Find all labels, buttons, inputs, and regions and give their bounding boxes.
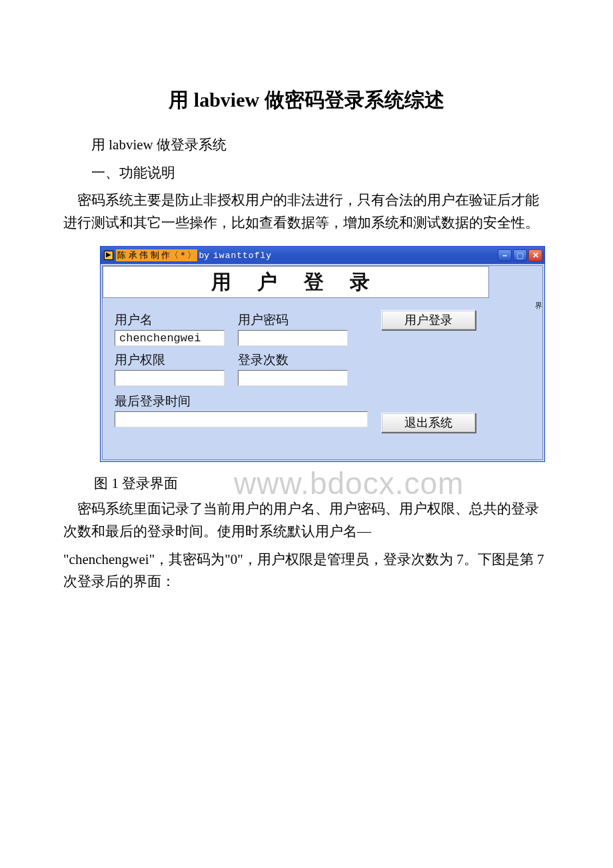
window-body: 用 户 登 录 界 用户名 chenchengwei 用户密码 xyxy=(101,265,544,460)
exit-button[interactable]: 退出系统 xyxy=(381,413,476,433)
subtitle-line: 用 labview 做登录系统 xyxy=(63,134,550,157)
username-label: 用户名 xyxy=(115,311,238,329)
login-window-figure: 陈 承 伟 制 作〈＊〉 by iwanttofly – ▢ ✕ 用 户 登 录… xyxy=(100,246,545,462)
paragraph-1: 密码系统主要是防止非授权用户的非法进行，只有合法的用户在验证后才能进行测试和其它… xyxy=(63,189,550,234)
paragraph-2b: "chenchengwei"，其密码为"0"，用户权限是管理员，登录次数为 7。… xyxy=(63,549,550,593)
lasttime-field[interactable] xyxy=(115,411,368,427)
figure-caption: 图 1 登录界面 xyxy=(63,474,550,493)
role-field[interactable] xyxy=(115,370,225,386)
form-grid: 用户名 chenchengwei 用户密码 用户权限 xyxy=(103,298,542,427)
window-titlebar: 陈 承 伟 制 作〈＊〉 by iwanttofly – ▢ ✕ xyxy=(101,247,544,264)
password-label: 用户密码 xyxy=(238,311,371,329)
window: 陈 承 伟 制 作〈＊〉 by iwanttofly – ▢ ✕ 用 户 登 录… xyxy=(100,246,545,462)
title-by: by xyxy=(199,251,209,261)
close-button[interactable]: ✕ xyxy=(528,249,542,261)
lasttime-label: 最后登录时间 xyxy=(115,393,368,410)
title-segment-alias: iwanttofly xyxy=(213,251,272,261)
count-field[interactable] xyxy=(238,370,348,386)
section-heading: 一、功能说明 xyxy=(63,162,550,185)
title-segment-author: 陈 承 伟 制 作〈＊〉 xyxy=(116,249,197,261)
login-panel: 用 户 登 录 界 用户名 chenchengwei 用户密码 xyxy=(102,265,543,460)
role-label: 用户权限 xyxy=(115,351,238,369)
login-button[interactable]: 用户登录 xyxy=(381,310,476,330)
app-icon xyxy=(104,251,113,260)
minimize-button[interactable]: – xyxy=(498,249,512,261)
password-field[interactable] xyxy=(238,330,348,346)
username-field[interactable]: chenchengwei xyxy=(115,330,225,346)
paragraph-2a: 密码系统里面记录了当前用户的用户名、用户密码、用户权限、总共的登录次数和最后的登… xyxy=(63,498,550,543)
window-title: 陈 承 伟 制 作〈＊〉 by iwanttofly xyxy=(116,249,272,261)
doc-title: 用 labview 做密码登录系统综述 xyxy=(63,87,550,114)
panel-title: 用 户 登 录 xyxy=(103,266,489,298)
maximize-button[interactable]: ▢ xyxy=(513,249,527,261)
count-label: 登录次数 xyxy=(238,351,371,369)
